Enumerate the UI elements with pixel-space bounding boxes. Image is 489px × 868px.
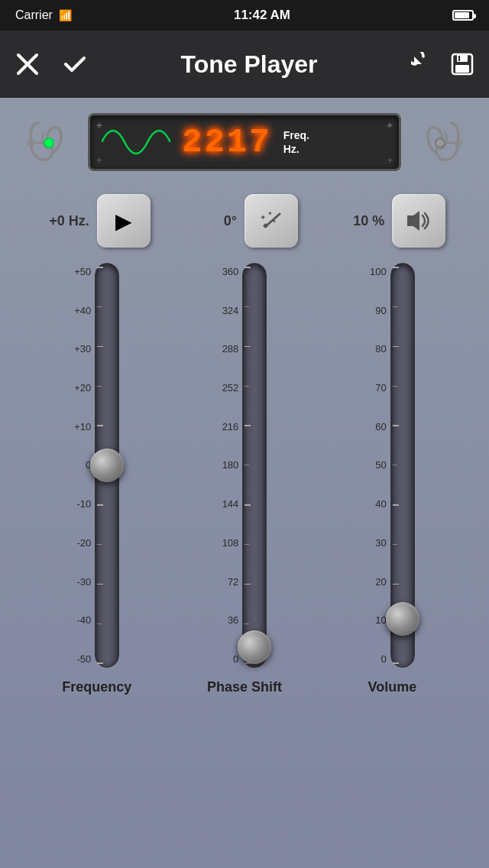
frequency-slider-header: +0 Hz. ▶: [23, 194, 170, 248]
phase-shift-track-area: 360 324 288 252 216 180 144 108 72 36 0: [222, 263, 267, 668]
volume-slider-col: 10 % 100 90 80 70: [319, 194, 466, 695]
freq-label: Freq. Hz.: [283, 128, 309, 156]
svg-text:✦: ✦: [260, 213, 266, 222]
page-title: Tone Player: [87, 50, 411, 79]
close-icon: [15, 52, 40, 76]
svg-point-8: [45, 139, 53, 147]
svg-rect-6: [458, 56, 460, 61]
sliders-section: +0 Hz. ▶ +50 +40 +30 +20 +10 0 -10 -20 -…: [23, 194, 466, 695]
magic-wand-icon: ✦ ✦ ✦: [258, 208, 284, 234]
svg-marker-20: [407, 211, 419, 231]
check-icon: [63, 52, 87, 76]
nav-bar: Tone Player: [0, 31, 489, 98]
frequency-value-label: +0 Hz.: [44, 213, 89, 229]
volume-button[interactable]: [392, 194, 445, 248]
frequency-track-area: +50 +40 +30 +20 +10 0 -10 -20 -30 -40 -5…: [74, 263, 119, 668]
play-icon: ▶: [115, 209, 132, 234]
save-icon: [451, 53, 474, 76]
status-right: [452, 10, 474, 21]
volume-scale: 100 90 80 70 60 50 40 30 20 10 0: [370, 263, 387, 668]
main-content: + + + + 2217 Freq. Hz.: [0, 98, 489, 868]
wave-display: [102, 123, 170, 161]
frequency-footer-label: Frequency: [62, 679, 131, 695]
status-time: 11:42 AM: [234, 8, 290, 23]
volume-value-label: 10 %: [338, 213, 384, 229]
carrier-label: Carrier: [15, 8, 53, 22]
undo-icon: [411, 52, 436, 76]
right-ear-svg: [413, 115, 466, 169]
undo-button[interactable]: [411, 52, 436, 76]
phase-shift-footer-label: Phase Shift: [207, 679, 282, 695]
svg-text:✦: ✦: [267, 210, 273, 217]
svg-point-12: [436, 139, 444, 147]
phase-shift-slider-header: 0° ✦ ✦ ✦: [170, 194, 318, 248]
volume-track-area: 100 90 80 70 60 50 40 30 20 10 0: [370, 263, 415, 668]
left-ear-svg: [23, 115, 76, 169]
frequency-scale: +50 +40 +30 +20 +10 0 -10 -20 -30 -40 -5…: [74, 263, 91, 668]
phase-shift-slider-thumb[interactable]: [238, 630, 271, 664]
top-section: + + + + 2217 Freq. Hz.: [23, 113, 466, 171]
nav-right: [411, 52, 474, 76]
volume-slider-track[interactable]: [390, 263, 415, 668]
play-button[interactable]: ▶: [97, 194, 151, 248]
volume-slider-thumb[interactable]: [386, 602, 419, 636]
frequency-slider-col: +0 Hz. ▶ +50 +40 +30 +20 +10 0 -10 -20 -…: [23, 194, 170, 695]
frequency-slider-track[interactable]: [95, 263, 119, 668]
volume-footer-label: Volume: [368, 679, 416, 695]
battery-icon: [452, 10, 474, 21]
frequency-slider-thumb[interactable]: [90, 449, 124, 482]
save-button[interactable]: [451, 53, 474, 76]
close-button[interactable]: [15, 52, 40, 76]
left-ear-icon[interactable]: [23, 115, 76, 169]
volume-slider-header: 10 %: [319, 194, 466, 248]
frequency-display: 2217: [182, 123, 272, 161]
status-bar: Carrier 📶 11:42 AM: [0, 0, 489, 31]
svg-rect-5: [455, 65, 469, 73]
display-panel: + + + + 2217 Freq. Hz.: [88, 113, 401, 171]
status-left: Carrier 📶: [15, 8, 72, 22]
nav-left: [15, 52, 87, 76]
volume-icon: [404, 208, 433, 234]
check-button[interactable]: [63, 52, 87, 76]
svg-marker-2: [414, 57, 422, 64]
magic-wand-button[interactable]: ✦ ✦ ✦: [244, 194, 298, 248]
phase-shift-slider-col: 0° ✦ ✦ ✦ 360 324: [170, 194, 318, 695]
wifi-icon: 📶: [59, 9, 72, 21]
phase-shift-slider-track[interactable]: [242, 263, 267, 668]
right-ear-icon[interactable]: [413, 115, 466, 169]
phase-shift-value-label: 0°: [191, 213, 237, 229]
phase-shift-scale: 360 324 288 252 216 180 144 108 72 36 0: [222, 263, 239, 668]
